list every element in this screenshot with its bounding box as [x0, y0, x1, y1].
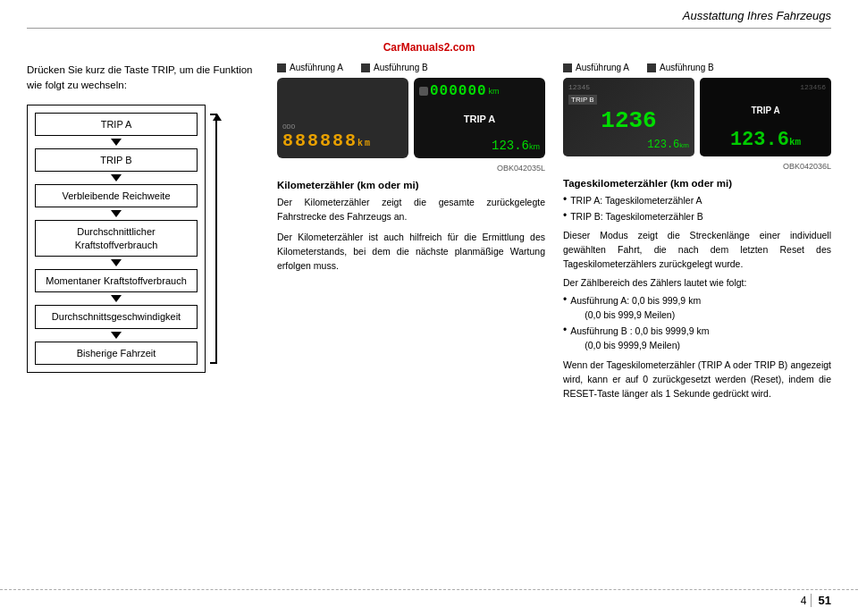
back-line-horiz-bottom: [210, 362, 217, 364]
arrow-1: [35, 136, 198, 148]
page-header: Ausstattung Ihres Fahrzeugs: [27, 9, 831, 29]
bullet-b-range-content: Ausführung B : 0,0 bis 9999,9 km (0,0 bi…: [570, 324, 709, 353]
obk-label-mid: OBK042035L: [277, 164, 545, 173]
display-b-top-row: 000000 km: [419, 83, 540, 99]
display-b-icon: [419, 87, 428, 96]
right-section-header: Ausführung A Ausführung B: [563, 63, 831, 72]
right-b-trip-label: TRIP A: [705, 105, 826, 115]
bullet-trip-a: • TRIP A: Tageskilometerzähler A: [563, 193, 831, 207]
bullet-dot-4: •: [563, 324, 567, 353]
content-area: Drücken Sie kurz die Taste TRIP, um die …: [27, 63, 831, 401]
odo-digits-a: 888888km: [282, 131, 403, 151]
bullet-trip-b: • TRIP B: Tageskilometerzähler B: [563, 209, 831, 224]
display-right-a: 12345 TRIP B 1236 123.6km: [563, 78, 694, 156]
bullet-dot-1: •: [563, 193, 567, 207]
flow-item-geschwindigkeit: Durchschnittsgeschwindigkeit: [35, 305, 198, 328]
arrow-2: [35, 172, 198, 184]
right-text-section: Tageskilometerzähler (km oder mi) • TRIP…: [563, 178, 831, 401]
mid-text-section: Kilometerzähler (km oder mi) Der Kilomet…: [277, 180, 545, 273]
arrow-5: [35, 292, 198, 305]
right-a-main-digits: 1236: [568, 107, 689, 134]
watermark: CarManuals2.com: [27, 41, 831, 54]
arrow-4: [35, 257, 198, 269]
arrow-char-2: [111, 174, 122, 181]
arrow-char-5: [111, 295, 122, 302]
km-para-1: Der Kilometerzähler zeigt die gesamte zu…: [277, 195, 545, 224]
dot-a-mid: [277, 63, 286, 72]
watermark-text: CarManuals2.com: [383, 41, 475, 54]
label-ausfuehrung-a-mid: Ausführung A: [277, 63, 343, 72]
top-digits-b: 000000: [430, 83, 487, 99]
back-arrow-container: [209, 114, 223, 364]
arrow-char-1: [111, 139, 122, 146]
odo-label-a: ODO: [282, 122, 403, 131]
flow-item-kraftstoff: Durchschnittlicher Kraftstoffverbrauch: [35, 220, 198, 257]
right-b-top-nums: 123456: [705, 83, 826, 91]
bullet-b-range: • Ausführung B : 0,0 bis 9999,9 km (0,0 …: [563, 324, 831, 353]
bullet-a-range-indent: (0,0 bis 999,9 Meilen): [570, 308, 701, 322]
label-ausfuehrung-b-right: Ausführung B: [647, 63, 714, 72]
obk-label-right: OBK042036L: [563, 162, 831, 171]
flow-item-trip-b: TRIP B: [35, 148, 198, 172]
intro-text: Drücken Sie kurz die Taste TRIP, um die …: [27, 63, 259, 94]
bullet-b-range-text: Ausführung B : 0,0 bis 9999,9 km: [570, 324, 709, 338]
right-para-2: Der Zählbereich des Zählers lautet wie f…: [563, 275, 831, 290]
dot-a-right: [563, 63, 572, 72]
right-a-sub: 123.6km: [568, 138, 689, 151]
right-b-sub-unit: km: [789, 137, 801, 148]
right-para-1: Dieser Modus zeigt die Streckenlänge ein…: [563, 228, 831, 272]
bullet-intro-1: • TRIP A: Tageskilometerzähler A • TRIP …: [563, 193, 831, 224]
label-ausfuehrung-a-right: Ausführung A: [563, 63, 629, 72]
km-section-title: Kilometerzähler (km oder mi): [277, 180, 545, 190]
instrument-display-right: 12345 TRIP B 1236 123.6km 123456 TRIP A: [563, 78, 831, 156]
chapter-number: 4: [801, 595, 807, 607]
display-right-b: 123456 TRIP A 123.6km: [700, 78, 831, 156]
footer: 4 51: [0, 589, 858, 607]
page-container: Ausstattung Ihres Fahrzeugs CarManuals2.…: [0, 0, 858, 616]
tages-section-title: Tageskilometerzähler (km oder mi): [563, 178, 831, 189]
flow-item-fahrzeit: Bisherige Fahrzeit: [35, 342, 198, 365]
sub-unit-b: km: [529, 142, 540, 151]
odo-unit-a: km: [358, 139, 372, 148]
bullet-dot-3: •: [563, 293, 567, 323]
display-mid-b: 000000 km TRIP A 123.6km: [414, 78, 545, 158]
arrow-char-6: [111, 332, 122, 339]
flow-item-trip-a: TRIP A: [35, 113, 198, 136]
page-num: 51: [819, 594, 831, 607]
page-number: 4 51: [801, 594, 831, 607]
right-section: Ausführung A Ausführung B 12345 TRIP B 1…: [563, 63, 831, 401]
km-para-2: Der Kilometerzähler ist auch hilfreich f…: [277, 230, 545, 274]
right-a-trip-indicator: TRIP B: [568, 95, 689, 105]
bullet-b-range-indent: (0,0 bis 9999,9 Meilen): [570, 338, 709, 352]
middle-section: Ausführung A Ausführung B ODO 888888km: [277, 63, 545, 401]
label-ausfuehrung-b-mid: Ausführung B: [361, 63, 428, 72]
trip-label-b: TRIP A: [419, 114, 540, 124]
page-num-box: 51: [811, 594, 831, 607]
bullet-trip-a-text: TRIP A: Tageskilometerzähler A: [570, 193, 702, 207]
back-line-horiz-top: [210, 114, 217, 115]
right-a-sub-unit: km: [679, 141, 689, 149]
dot-b-right: [647, 63, 656, 72]
bullet-dot-2: •: [563, 209, 567, 224]
arrow-char-4: [111, 259, 122, 266]
bullet-a-range-text: Ausführung A: 0,0 bis 999,9 km: [570, 293, 701, 308]
sub-digits-b: 123.6km: [419, 139, 540, 153]
middle-section-header: Ausführung A Ausführung B: [277, 63, 545, 72]
instrument-display-mid: ODO 888888km 000000 km TRIP A 123.6k: [277, 78, 545, 158]
top-unit-b: km: [489, 87, 500, 96]
arrow-char-3: [111, 210, 122, 217]
bullet-a-range-content: Ausführung A: 0,0 bis 999,9 km (0,0 bis …: [570, 293, 701, 323]
header-title: Ausstattung Ihres Fahrzeugs: [683, 9, 831, 22]
bullet-a-range: • Ausführung A: 0,0 bis 999,9 km (0,0 bi…: [563, 293, 831, 323]
arrow-6: [35, 329, 198, 342]
bullet-trip-b-text: TRIP B: Tageskilometerzähler B: [570, 209, 702, 224]
right-para-3: Wenn der Tageskilometerzähler (TRIP A od…: [563, 358, 831, 401]
flowchart-wrapper: TRIP A TRIP B Verbleibende Reichweite: [27, 105, 223, 373]
right-a-top-nums: 12345: [568, 83, 689, 91]
display-mid-a: ODO 888888km: [277, 78, 408, 158]
arrow-3: [35, 207, 198, 220]
back-line-vertical: [215, 114, 217, 364]
flow-item-momentaner: Momentaner Kraftstoffverbrauch: [35, 269, 198, 292]
flowchart: TRIP A TRIP B Verbleibende Reichweite: [27, 105, 206, 373]
dot-b-mid: [361, 63, 370, 72]
